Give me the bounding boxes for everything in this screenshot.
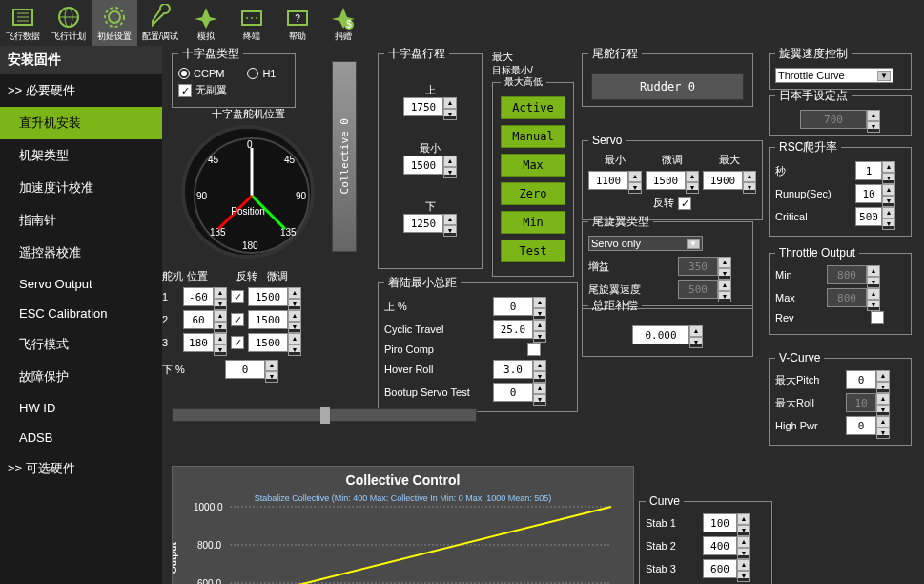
vc-high-input[interactable]: ▲▼ (846, 416, 890, 435)
sidebar-item[interactable]: Servo Output (0, 269, 162, 299)
critical-lbl: Critical (775, 211, 852, 222)
cyclic-input[interactable]: ▲▼ (493, 320, 546, 339)
hdr-servo: 舵机 (162, 269, 183, 283)
h1-radio[interactable] (247, 68, 258, 79)
max-buttons-group: 最大高低 ActiveManualMaxZeroMinTest (492, 75, 574, 277)
sidebar-item[interactable]: 机架类型 (0, 139, 162, 172)
to-max-input[interactable]: ▲▼ (827, 288, 880, 307)
stab3-input[interactable]: ▲▼ (703, 559, 750, 578)
vc-roll-input[interactable]: ▲▼ (846, 393, 890, 412)
toolbar-plane[interactable]: 模拟 (183, 0, 229, 46)
sidebar-item[interactable]: HW ID (0, 393, 162, 423)
land-up-input[interactable]: ▲▼ (493, 297, 546, 316)
svg-text:90: 90 (196, 191, 208, 201)
down-input[interactable]: ▲▼ (225, 360, 278, 379)
gain-input[interactable]: ▲▼ (678, 257, 731, 276)
slider[interactable] (172, 408, 477, 422)
servo-id: 2 (162, 314, 179, 325)
servo-pos-input[interactable]: ▲▼ (183, 287, 227, 306)
sidebar-item[interactable]: >> 可选硬件 (0, 452, 162, 485)
tail-type-legend: 尾旋翼类型 (588, 214, 653, 230)
sec-input[interactable]: ▲▼ (855, 161, 895, 180)
slider-thumb[interactable] (320, 407, 330, 424)
ccpm-radio[interactable] (178, 68, 190, 79)
servo-trim-input[interactable]: ▲▼ (248, 310, 301, 329)
servo-rev-check[interactable]: ✓ (231, 290, 244, 303)
gauge-center-label: Position (231, 205, 265, 216)
landing-group: 着陆最小总距 上 %▲▼ Cyclic Travel▲▼ Piro Comp H… (378, 275, 578, 412)
rudder-travel-group: 尾舵行程 Rudder 0 (582, 46, 753, 107)
servo-trim-input[interactable]: ▲▼ (248, 287, 301, 306)
sidebar-item[interactable]: 加速度计校准 (0, 172, 162, 204)
test-button[interactable]: Test (501, 240, 565, 262)
rudder-button[interactable]: Rudder 0 (591, 73, 744, 100)
svg-text:600.0: 600.0 (197, 578, 221, 584)
zero-button[interactable]: Zero (501, 182, 565, 205)
vc-pitch-input[interactable]: ▲▼ (846, 370, 890, 389)
sidebar-item[interactable]: 飞行模式 (0, 328, 162, 361)
stab2-input[interactable]: ▲▼ (703, 536, 750, 555)
svo-min-input[interactable]: ▲▼ (588, 171, 642, 190)
piro-check[interactable] (527, 343, 541, 356)
plane-icon (193, 4, 219, 31)
toolbar-label: 终端 (243, 31, 260, 43)
throttle-out-legend: Throttle Output (775, 246, 859, 260)
servo-pos-input[interactable]: ▲▼ (183, 310, 227, 329)
toolbar-data[interactable]: 飞行数据 (0, 0, 46, 46)
sidebar-item[interactable]: 故障保护 (0, 361, 162, 393)
servo-pos-input[interactable]: ▲▼ (183, 333, 227, 352)
gain-lbl: 增益 (588, 260, 674, 274)
servo-trim-input[interactable]: ▲▼ (248, 333, 301, 352)
sidebar-item[interactable]: ADSB (0, 423, 162, 452)
up-input[interactable]: ▲▼ (403, 97, 457, 116)
toolbar-globe[interactable]: 飞行计划 (46, 0, 92, 46)
sidebar-item[interactable]: 直升机安装 (0, 107, 162, 139)
donate-icon: $ (330, 4, 357, 31)
rotor-speed-select[interactable]: Throttle Curve▼ (775, 68, 893, 83)
servo-legend: Servo (588, 134, 626, 147)
totalcomp-input[interactable]: ▲▼ (632, 325, 703, 344)
curve-group: Curve Stab 1▲▼ Stab 2▲▼ Stab 3▲▼ (639, 494, 772, 584)
vcurve-legend: V-Curve (775, 351, 824, 365)
critical-input[interactable]: ▲▼ (855, 207, 895, 226)
servo-rev-check[interactable]: ✓ (231, 336, 244, 349)
chart-title: Collective Control (173, 467, 633, 493)
manual-button[interactable]: Manual (501, 125, 565, 148)
toolbar-gear[interactable]: 初始设置 (92, 0, 137, 46)
svg-text:90: 90 (296, 191, 307, 201)
terminal-icon (238, 4, 265, 31)
toolbar-help[interactable]: ?帮助 (275, 0, 320, 46)
max-button[interactable]: Max (501, 154, 565, 177)
toolbar-wrench[interactable]: 配置/调试 (137, 0, 183, 46)
down-input2[interactable]: ▲▼ (403, 214, 457, 233)
swash-type-legend: 十字盘类型 (178, 46, 243, 62)
servo-rev-check[interactable]: ✓ (231, 313, 244, 326)
stab1-input[interactable]: ▲▼ (703, 513, 750, 532)
min-button[interactable]: Min (501, 211, 565, 234)
flybarless-label: 无副翼 (195, 83, 227, 97)
toolbar-donate[interactable]: $捐赠 (320, 0, 366, 46)
svo-max-input[interactable]: ▲▼ (703, 171, 756, 190)
to-rev-check[interactable] (871, 311, 884, 324)
sidebar-item[interactable]: 遥控器校准 (0, 237, 162, 269)
to-min-input[interactable]: ▲▼ (827, 265, 880, 284)
active-button[interactable]: Active (501, 96, 565, 119)
svo-trim-input[interactable]: ▲▼ (646, 171, 699, 190)
svo-rev-check[interactable]: ✓ (678, 197, 691, 210)
position-gauge: 0 45 90 135 180 135 90 45 Position (181, 125, 315, 259)
runup-input[interactable]: ▲▼ (855, 184, 895, 203)
servo-group: Servo 最小 微调 最大 ▲▼ ▲▼ ▲▼ 反转 ✓ (582, 134, 763, 220)
setpoint-input[interactable]: ▲▼ (800, 110, 880, 129)
flybarless-check[interactable]: ✓ (178, 84, 192, 97)
min-input[interactable]: ▲▼ (403, 156, 457, 175)
hdr-rev: 反转 (236, 269, 263, 283)
bootup-input[interactable]: ▲▼ (493, 383, 546, 402)
hover-input[interactable]: ▲▼ (493, 360, 546, 379)
sidebar-item[interactable]: 指南针 (0, 204, 162, 237)
sidebar-item[interactable]: ESC Calibration (0, 299, 162, 328)
tailspeed-input[interactable]: ▲▼ (678, 280, 731, 299)
rotor-speed-group: 旋翼速度控制 Throttle Curve▼ (769, 46, 912, 90)
toolbar-terminal[interactable]: 终端 (229, 0, 275, 46)
tail-type-select[interactable]: Servo only▼ (588, 236, 703, 251)
sidebar-item[interactable]: >> 必要硬件 (0, 74, 162, 107)
